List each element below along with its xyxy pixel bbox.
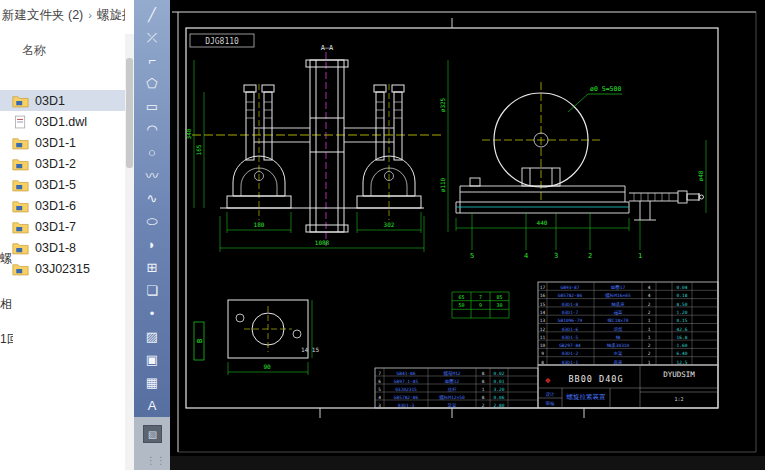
app-window: 新建文件夹 (2) › 螺旋拉 名称 03D103D1.dwl03D1-103D… (0, 0, 765, 470)
table-cell: 2.80 (494, 403, 505, 408)
table-cell: 垫圈17 (611, 285, 626, 290)
line-tool-icon[interactable]: ╱ (138, 4, 166, 25)
spline-tool-icon[interactable]: ∿ (138, 188, 166, 209)
toolbar-grip-icon: ⋮⋮ (146, 455, 166, 466)
ellipse-arc-tool-icon[interactable]: ◗ (138, 234, 166, 255)
file-row-03D1-7[interactable]: 03D1-7 (0, 216, 125, 237)
cad-canvas[interactable]: DJG8110 A—A (170, 0, 765, 470)
file-row-03D1[interactable]: 03D1 (0, 90, 125, 111)
table-cell: 螺栓M16×65 (605, 292, 631, 298)
scale-value: 1:2 (674, 396, 683, 402)
drawing-code: BB00 D40G (568, 374, 623, 384)
circle-tool-icon[interactable]: ○ (138, 142, 166, 163)
table-tool-icon[interactable]: ▦ (138, 372, 166, 393)
svg-text:50: 50 (458, 302, 464, 308)
folder-icon (12, 94, 29, 108)
svg-text:302: 302 (384, 221, 395, 228)
table-cell: 螺栓M12×50 (439, 394, 465, 400)
balloon-3: 3 (554, 252, 558, 260)
breadcrumb-folder[interactable]: 新建文件夹 (2) (2, 7, 83, 24)
svg-text:9: 9 (479, 302, 482, 308)
breadcrumb-current[interactable]: 螺旋拉 (97, 7, 125, 24)
folder-icon (12, 199, 29, 213)
file-row-03D1-1[interactable]: 03D1-1 (0, 132, 125, 153)
table-cell: 4 (378, 395, 381, 400)
breadcrumb: 新建文件夹 (2) › 螺旋拉 (0, 0, 125, 30)
toolbar-footer: ▧ ⋮⋮ (134, 417, 170, 470)
company-logo: ❖ (545, 375, 551, 385)
file-name: 03D1-2 (35, 157, 76, 171)
polyline-tool-icon[interactable]: ⌐ (138, 50, 166, 71)
svg-text:85: 85 (496, 294, 502, 300)
svg-text:7: 7 (479, 294, 482, 300)
file-row-03D1-8[interactable]: 03D1-8 (0, 237, 125, 258)
table-cell: GB297-84 (559, 343, 581, 348)
table-cell: 12.5 (677, 360, 688, 365)
side-view: ø0 S=500 (456, 82, 706, 231)
revcloud-tool-icon[interactable]: 〰 (138, 165, 166, 186)
sheet-label: DJG8110 (205, 37, 239, 46)
table-cell: 8 (482, 371, 485, 376)
table-cell: GB97.1-85 (394, 379, 419, 384)
detail-view-label: B (196, 339, 204, 343)
layers-tool-icon[interactable]: ▧ (143, 425, 162, 443)
file-icon (12, 115, 29, 129)
region-tool-icon[interactable]: ▣ (138, 349, 166, 370)
file-explorer-panel: 新建文件夹 (2) › 螺旋拉 名称 03D103D1.dwl03D1-103D… (0, 0, 134, 470)
front-dimensions (194, 60, 448, 252)
table-cell: 03D1-5 (562, 335, 579, 340)
table-cell: 5 (378, 387, 381, 392)
table-cell: 8 (482, 395, 485, 400)
paper-edges (172, 12, 756, 452)
screw-note: ø0 S=500 (590, 85, 621, 93)
bom-table: 17GB93-87垫圈1740.0416GB5782-86螺栓M16×6540.… (538, 282, 718, 365)
point-tool-icon[interactable]: • (138, 303, 166, 324)
folder-icon (12, 220, 29, 234)
cad-viewport[interactable]: DJG8110 A—A (170, 0, 765, 470)
table-cell: 03D1-3 (398, 403, 415, 408)
folder-icon (12, 157, 29, 171)
file-row-03J02315[interactable]: 03J02315 (0, 258, 125, 279)
file-name: 03D1 (35, 94, 65, 108)
field-audit: 审核 (546, 401, 556, 406)
mtext-tool-icon[interactable]: A (138, 395, 166, 416)
table-cell: 10 (540, 343, 546, 348)
table-cell: 03D1-2 (562, 351, 579, 356)
balloon-5: 5 (470, 252, 474, 260)
svg-text:165: 165 (195, 144, 202, 155)
file-row-03D1-6[interactable]: 03D1-6 (0, 195, 125, 216)
name-column-header[interactable]: 名称 (22, 42, 46, 59)
file-row-03D1.dwl[interactable]: 03D1.dwl (0, 111, 125, 132)
arc-tool-icon[interactable]: ◠ (138, 119, 166, 140)
table-cell: 03D1-1 (562, 360, 579, 365)
svg-text:14 15: 14 15 (301, 346, 319, 353)
file-row-03D1-2[interactable]: 03D1-2 (0, 153, 125, 174)
table-cell: 4 (648, 293, 651, 298)
pulley-front (306, 60, 348, 232)
table-cell: 2 (648, 310, 651, 315)
scrollbar-thumb[interactable] (126, 58, 133, 168)
construction-line-tool-icon[interactable]: ⤫ (138, 27, 166, 48)
table-cell: 2 (648, 302, 651, 307)
explorer-scrollbar[interactable] (125, 34, 134, 470)
background-window-fragment: 1回 (0, 331, 13, 348)
folder-icon (12, 262, 29, 276)
background-window-fragment: 相 (0, 296, 13, 313)
hatch-tool-icon[interactable]: ▨ (138, 326, 166, 347)
field-design: 设计 (546, 391, 556, 397)
polygon-tool-icon[interactable]: ⬠ (138, 73, 166, 94)
file-row-03D1-5[interactable]: 03D1-5 (0, 174, 125, 195)
title-block: ❖ BB00 D40G DYUDSIM 螺旋拉紧装置 设计 审核 1:2 (538, 365, 718, 408)
table-cell: 轴 (616, 335, 621, 340)
rectangle-tool-icon[interactable]: ▭ (138, 96, 166, 117)
table-cell: 03J02315 (395, 387, 417, 392)
ellipse-tool-icon[interactable]: ⬭ (138, 211, 166, 232)
table-cell: 13 (540, 318, 546, 323)
balloon-callouts: 5 4 3 2 1 (470, 213, 642, 260)
make-block-tool-icon[interactable]: ❏ (138, 280, 166, 301)
toolbar-buttons: ╱⤫⌐⬠▭◠○〰∿⬭◗⊞❏•▨▣▦A (138, 3, 166, 417)
file-name: 03D1-7 (35, 220, 76, 234)
insert-block-tool-icon[interactable]: ⊞ (138, 257, 166, 278)
table-cell: 3.20 (494, 387, 505, 392)
chevron-right-icon: › (88, 9, 92, 21)
